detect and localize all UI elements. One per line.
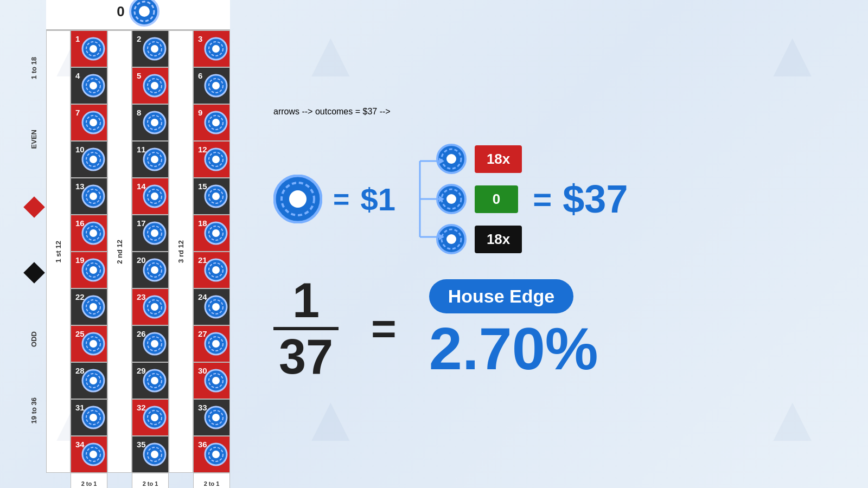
- bottom-section: 1 37 = House Edge 2.70%: [273, 276, 846, 381]
- col-1: 1 4 7 10 13: [71, 30, 107, 473]
- zero-number: 0: [117, 3, 124, 20]
- cell-21: 21: [193, 252, 230, 288]
- chip-21: [204, 258, 228, 282]
- svg-point-2: [139, 6, 150, 17]
- svg-point-80: [212, 82, 220, 89]
- fraction-denominator: 37: [279, 332, 333, 381]
- svg-point-74: [151, 451, 158, 458]
- svg-point-38: [90, 451, 97, 458]
- svg-point-47: [151, 119, 158, 126]
- chip-28: [81, 369, 105, 393]
- svg-point-123: [446, 154, 456, 164]
- cell-31: 31: [71, 399, 107, 436]
- result-value: $37: [563, 177, 628, 221]
- chip-33: [204, 406, 228, 429]
- svg-point-89: [212, 192, 220, 200]
- svg-point-29: [90, 340, 97, 348]
- svg-point-53: [151, 192, 158, 200]
- cell-17: 17: [132, 215, 169, 252]
- badge-18x-black: 18x: [475, 226, 522, 253]
- svg-point-26: [90, 303, 97, 311]
- chip-7: [81, 111, 105, 134]
- svg-point-32: [90, 377, 97, 384]
- svg-point-101: [212, 340, 220, 348]
- chip-19: [81, 258, 105, 282]
- house-edge-percent: 2.70%: [429, 319, 598, 378]
- chip-16: [81, 221, 105, 245]
- cell-27: 27: [193, 325, 230, 362]
- main-chip: [273, 175, 322, 223]
- cell-35: 35: [132, 436, 169, 473]
- cell-11: 11: [132, 141, 169, 178]
- chip-20: [143, 258, 167, 282]
- svg-point-35: [90, 414, 97, 421]
- chip-34: [81, 442, 105, 466]
- house-edge-block: House Edge 2.70%: [429, 279, 598, 378]
- watermark-6: ▲: [760, 381, 825, 455]
- svg-point-68: [151, 377, 158, 384]
- badge-18x-red: 18x: [475, 145, 522, 173]
- cell-8: 8: [132, 104, 169, 141]
- watermark-2: ▲: [298, 16, 363, 91]
- cell-12: 12: [193, 141, 230, 178]
- chip-6: [204, 74, 228, 98]
- cell-5: 5: [132, 67, 169, 104]
- chip-11: [143, 147, 167, 171]
- cell-23: 23: [132, 288, 169, 325]
- cell-14: 14: [132, 178, 169, 215]
- cell-26: 26: [132, 325, 169, 362]
- chip-10: [81, 147, 105, 171]
- cell-32: 32: [132, 399, 169, 436]
- side-labels-left: 1 to 18 EVEN ODD 19 to 36: [22, 31, 46, 449]
- diamond-black-icon: [23, 262, 45, 284]
- cell-6: 6: [193, 67, 230, 104]
- svg-point-23: [90, 266, 97, 274]
- chip-15: [204, 184, 228, 208]
- svg-point-11: [90, 119, 97, 126]
- svg-point-104: [212, 377, 220, 384]
- chip-25: [81, 332, 105, 356]
- svg-marker-116: [439, 158, 444, 164]
- bottom-label-col2: 2 to 1: [132, 473, 169, 488]
- chip-18: [204, 221, 228, 245]
- main-container: 1 to 18 EVEN ODD 19 to 36 0: [0, 0, 868, 488]
- chip-26: [143, 332, 167, 356]
- badge-0-green: 0: [475, 185, 518, 213]
- svg-point-41: [151, 45, 158, 53]
- chip-9: [204, 111, 228, 134]
- chip-8: [143, 111, 167, 134]
- col-label-2nd12: 2 nd 12: [116, 240, 124, 264]
- cell-4: 4: [71, 67, 107, 104]
- svg-point-65: [151, 340, 158, 348]
- diamond-red-icon: [23, 196, 45, 218]
- svg-marker-120: [439, 234, 444, 240]
- svg-point-17: [90, 192, 97, 200]
- chip-17: [143, 221, 167, 245]
- svg-point-95: [212, 266, 220, 274]
- svg-point-62: [151, 303, 158, 311]
- cell-16: 16: [71, 215, 107, 252]
- svg-marker-118: [439, 196, 444, 202]
- label-1to18: 1 to 18: [30, 57, 38, 79]
- svg-point-20: [90, 229, 97, 237]
- outcome-red: 18x: [436, 144, 522, 174]
- cell-24: 24: [193, 288, 230, 325]
- label-19to36: 19 to 36: [30, 397, 38, 423]
- zero-chip: [129, 0, 159, 27]
- chip-24: [204, 295, 228, 319]
- watermark-5: ▲: [298, 381, 363, 455]
- chip-23: [143, 295, 167, 319]
- label-odd: ODD: [30, 331, 38, 347]
- cell-34: 34: [71, 436, 107, 473]
- chip-12: [204, 147, 228, 171]
- outcome-black: 18x: [436, 224, 522, 254]
- bottom-label-col1: 2 to 1: [71, 473, 107, 488]
- cell-18: 18: [193, 215, 230, 252]
- watermark-3: ▲: [760, 16, 825, 91]
- cell-10: 10: [71, 141, 107, 178]
- svg-point-59: [151, 266, 158, 274]
- dollar-one-label: $1: [360, 181, 395, 217]
- chip-22: [81, 295, 105, 319]
- cell-13: 13: [71, 178, 107, 215]
- cell-2: 2: [132, 30, 169, 67]
